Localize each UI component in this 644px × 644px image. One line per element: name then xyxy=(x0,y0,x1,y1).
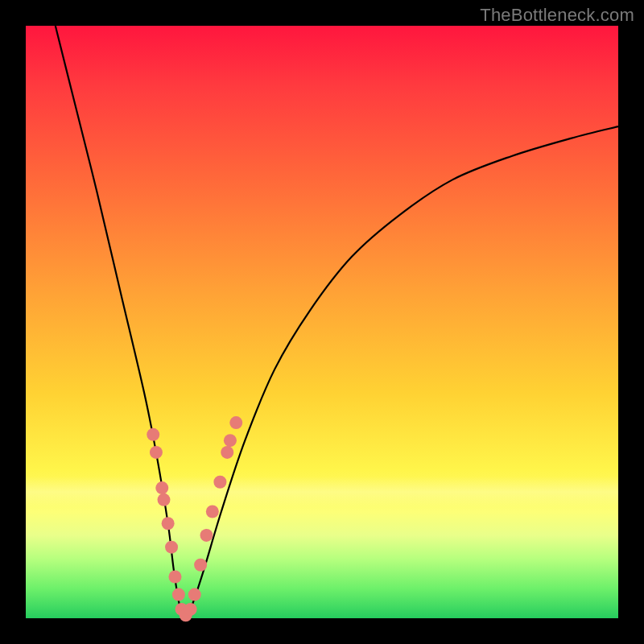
data-marker xyxy=(213,476,226,489)
data-marker xyxy=(162,517,175,530)
data-marker xyxy=(168,570,181,583)
data-marker xyxy=(165,541,178,554)
data-marker xyxy=(150,446,163,459)
data-marker xyxy=(147,428,159,441)
bottleneck-curve-path xyxy=(56,26,618,618)
data-marker xyxy=(155,481,168,494)
watermark-text: TheBottleneck.com xyxy=(480,5,634,26)
chart-svg xyxy=(26,26,618,618)
chart-frame: TheBottleneck.com xyxy=(0,0,644,644)
data-marker xyxy=(184,603,197,616)
data-marker xyxy=(157,493,170,506)
marker-group xyxy=(147,416,242,621)
data-marker xyxy=(188,588,201,601)
data-marker xyxy=(200,529,213,542)
data-marker xyxy=(229,416,242,429)
data-marker xyxy=(172,588,185,601)
data-marker xyxy=(206,506,219,518)
data-marker xyxy=(221,446,233,459)
plot-area xyxy=(26,26,618,618)
data-marker xyxy=(224,434,237,447)
data-marker xyxy=(194,559,207,572)
